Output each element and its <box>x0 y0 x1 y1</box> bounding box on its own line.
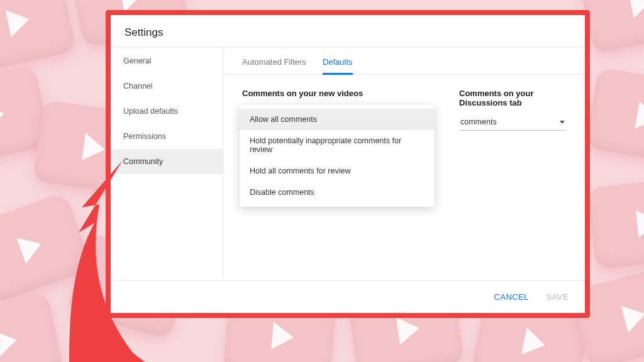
settings-sidebar: General Channel Upload defaults Permissi… <box>111 47 223 280</box>
dropdown-option-hold-all[interactable]: Hold all comments for review <box>240 160 435 182</box>
sidebar-item-community[interactable]: Community <box>111 149 223 174</box>
sidebar-item-general[interactable]: General <box>111 48 223 74</box>
sidebar-item-channel[interactable]: Channel <box>111 74 223 99</box>
sidebar-item-permissions[interactable]: Permissions <box>111 124 223 149</box>
discussions-section-title: Comments on your Discussions tab <box>459 89 566 107</box>
modal-title: Settings <box>111 15 585 47</box>
tab-defaults[interactable]: Defaults <box>323 57 353 75</box>
new-videos-section-title: Comments on your new videos <box>242 89 434 98</box>
select-value: comments <box>460 118 497 126</box>
dropdown-option-hold-inappropriate[interactable]: Hold potentially inappropriate comments … <box>240 130 435 160</box>
settings-content: Automated Filters Defaults Comments on y… <box>223 47 585 280</box>
dropdown-option-disable[interactable]: Disable comments <box>240 182 435 203</box>
save-button[interactable]: SAVE <box>544 288 571 305</box>
tabs: Automated Filters Defaults <box>223 47 585 74</box>
dropdown-option-allow-all[interactable]: Allow all comments <box>240 109 435 130</box>
chevron-down-icon <box>560 121 565 124</box>
cancel-button[interactable]: CANCEL <box>492 288 531 305</box>
modal-footer: CANCEL SAVE <box>111 280 585 313</box>
tab-automated-filters[interactable]: Automated Filters <box>242 57 306 74</box>
modal-body: General Channel Upload defaults Permissi… <box>111 47 585 280</box>
new-videos-comments-dropdown: Allow all comments Hold potentially inap… <box>240 105 435 207</box>
settings-modal: Settings General Channel Upload defaults… <box>106 10 590 318</box>
discussions-comments-select[interactable]: comments <box>459 115 566 131</box>
sidebar-item-upload-defaults[interactable]: Upload defaults <box>111 99 223 124</box>
